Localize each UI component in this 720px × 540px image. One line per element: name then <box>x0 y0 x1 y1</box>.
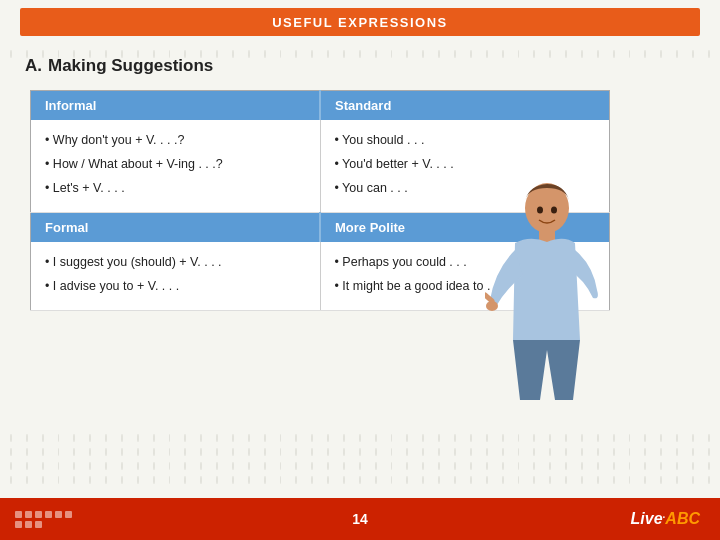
informal-item-3: • Let's + V. . . . <box>45 178 306 198</box>
formal-item-2: • I advise you to + V. . . . <box>45 276 306 296</box>
formal-content: • I suggest you (should) + V. . . . • I … <box>31 242 321 311</box>
page-number: 14 <box>352 511 368 527</box>
svg-point-4 <box>537 207 543 214</box>
main-content: A.Making Suggestions Informal Standard •… <box>0 56 720 311</box>
standard-item-1: • You should . . . <box>335 130 596 150</box>
footer-decoration <box>15 511 75 528</box>
table-wrapper: Informal Standard • Why don't you + V. .… <box>30 90 610 311</box>
header-bar: USEFUL EXPRESSIONS <box>20 8 700 36</box>
informal-content: • Why don't you + V. . . .? • How / What… <box>31 120 321 213</box>
footer-logo: Live.ABC <box>631 509 700 528</box>
formal-item-1: • I suggest you (should) + V. . . . <box>45 252 306 272</box>
section-title: A.Making Suggestions <box>20 56 700 76</box>
table-header-row-1: Informal Standard <box>31 91 610 121</box>
person-decoration <box>485 180 600 410</box>
footer: 14 Live.ABC <box>0 498 720 540</box>
informal-item-1: • Why don't you + V. . . .? <box>45 130 306 150</box>
informal-item-2: • How / What about + V-ing . . .? <box>45 154 306 174</box>
formal-header: Formal <box>31 213 321 243</box>
header-title: USEFUL EXPRESSIONS <box>272 15 448 30</box>
logo-abc: ABC <box>665 511 700 528</box>
informal-header: Informal <box>31 91 321 121</box>
section-letter: A. <box>25 56 42 75</box>
section-heading: Making Suggestions <box>48 56 213 75</box>
svg-point-5 <box>551 207 557 214</box>
standard-header: Standard <box>320 91 610 121</box>
logo-live: Live <box>631 511 663 528</box>
standard-item-2: • You'd better + V. . . . <box>335 154 596 174</box>
